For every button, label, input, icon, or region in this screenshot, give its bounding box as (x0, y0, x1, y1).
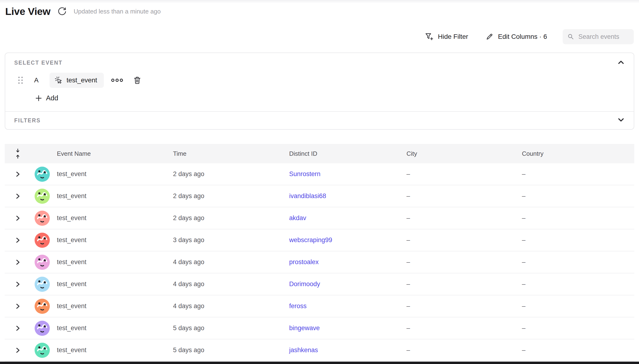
time-cell: 2 days ago (168, 214, 284, 222)
search-icon (567, 33, 574, 41)
avatar (35, 211, 50, 226)
events-table: Event Name Time Distinct ID City Country… (5, 144, 634, 362)
search-events-box[interactable] (563, 29, 634, 44)
expand-row-button[interactable] (15, 215, 21, 221)
more-dots-icon (111, 78, 123, 83)
table-row[interactable]: test_event 4 days ago Dorimoody – – (5, 273, 634, 295)
distinct-id-link[interactable]: bingewave (289, 324, 320, 332)
filters-section-label: FILTERS (14, 118, 41, 124)
updated-status: Updated less than a minute ago (74, 8, 161, 15)
collapse-vertical-icon (15, 148, 21, 159)
table-row[interactable]: test_event 2 days ago Sunrostern – – (5, 163, 634, 185)
avatar (35, 321, 50, 336)
country-cell: – (517, 346, 634, 354)
query-builder-card: SELECT EVENT A test_event (5, 52, 634, 130)
time-cell: 3 days ago (168, 236, 284, 244)
event-name-cell: test_event (53, 192, 168, 200)
chevron-up-icon (617, 59, 625, 66)
table-header-row: Event Name Time Distinct ID City Country (5, 144, 634, 163)
event-name-cell: test_event (53, 346, 168, 354)
country-cell: – (517, 170, 634, 178)
avatar (35, 277, 50, 292)
country-cell: – (517, 214, 634, 222)
table-row[interactable]: test_event 3 days ago webscraping99 – – (5, 229, 634, 251)
time-cell: 2 days ago (168, 170, 284, 178)
hide-filter-label: Hide Filter (438, 33, 468, 40)
event-name-label: test_event (67, 76, 97, 84)
chevron-right-icon (15, 347, 21, 353)
distinct-id-link[interactable]: jashkenas (289, 346, 318, 354)
distinct-id-link[interactable]: akdav (289, 214, 306, 222)
collapse-select-event-button[interactable] (617, 59, 625, 66)
city-cell: – (402, 324, 517, 332)
toolbar: Hide Filter Edit Columns · 6 (423, 29, 634, 44)
filter-plus-icon (425, 32, 434, 41)
country-cell: – (517, 280, 634, 288)
add-event-button[interactable]: Add (34, 94, 60, 102)
expand-row-button[interactable] (15, 347, 21, 353)
city-cell: – (402, 280, 517, 288)
page-header: Live View Updated less than a minute ago (5, 6, 161, 17)
column-header-event-name: Event Name (53, 150, 168, 158)
expand-row-button[interactable] (15, 281, 21, 287)
table-row[interactable]: test_event 4 days ago feross – – (5, 295, 634, 318)
column-header-country: Country (517, 150, 634, 158)
distinct-id-link[interactable]: webscraping99 (289, 236, 332, 244)
expand-row-button[interactable] (15, 259, 21, 265)
collapse-all-rows-button[interactable] (15, 148, 21, 159)
refresh-button[interactable] (57, 7, 67, 16)
event-name-cell: test_event (53, 302, 168, 310)
country-cell: – (517, 302, 634, 310)
page-title: Live View (5, 6, 51, 17)
avatar (35, 166, 50, 182)
time-cell: 4 days ago (168, 258, 284, 266)
cursor-click-icon (54, 76, 63, 84)
event-select-button[interactable]: test_event (50, 73, 104, 88)
delete-event-button[interactable] (133, 76, 142, 85)
column-header-time: Time (168, 150, 284, 158)
distinct-id-link[interactable]: prostoalex (289, 258, 319, 266)
event-letter-label: A (34, 76, 39, 84)
search-events-input[interactable] (578, 33, 629, 41)
expand-row-button[interactable] (15, 325, 21, 331)
column-header-city: City (402, 150, 517, 158)
expand-row-button[interactable] (15, 171, 21, 177)
event-more-options-button[interactable] (111, 78, 123, 83)
country-cell: – (517, 258, 634, 266)
avatar (35, 189, 50, 204)
event-name-cell: test_event (53, 214, 168, 222)
avatar (35, 255, 50, 270)
city-cell: – (402, 192, 517, 200)
avatar (35, 233, 50, 248)
table-row[interactable]: test_event 4 days ago prostoalex – – (5, 251, 634, 273)
distinct-id-link[interactable]: Sunrostern (289, 170, 320, 178)
avatar-face-icon (35, 233, 50, 248)
city-cell: – (402, 170, 517, 178)
refresh-icon (57, 7, 67, 16)
select-event-section-label: SELECT EVENT (14, 60, 63, 66)
chevron-right-icon (15, 237, 21, 243)
avatar-face-icon (35, 343, 50, 358)
table-row[interactable]: test_event 5 days ago bingewave – – (5, 318, 634, 340)
avatar-face-icon (35, 255, 50, 270)
expand-row-button[interactable] (15, 303, 21, 309)
avatar-face-icon (35, 189, 50, 204)
edit-columns-button[interactable]: Edit Columns · 6 (484, 32, 548, 41)
table-row[interactable]: test_event 5 days ago jashkenas – – (5, 340, 634, 362)
avatar (35, 299, 50, 314)
distinct-id-link[interactable]: ivandiblasi68 (289, 192, 326, 200)
hide-filter-button[interactable]: Hide Filter (423, 32, 470, 41)
bottom-edge-bar (0, 362, 639, 364)
distinct-id-link[interactable]: feross (289, 302, 307, 310)
expand-filters-button[interactable] (617, 116, 625, 124)
table-row[interactable]: test_event 2 days ago ivandiblasi68 – – (5, 185, 634, 207)
country-cell: – (517, 324, 634, 332)
avatar-face-icon (35, 299, 50, 314)
expand-row-button[interactable] (15, 193, 21, 199)
chevron-right-icon (15, 325, 21, 331)
table-row[interactable]: test_event 2 days ago akdav – – (5, 207, 634, 229)
pencil-icon (485, 32, 494, 41)
drag-handle-icon[interactable] (18, 77, 23, 84)
distinct-id-link[interactable]: Dorimoody (289, 280, 320, 288)
expand-row-button[interactable] (15, 237, 21, 243)
